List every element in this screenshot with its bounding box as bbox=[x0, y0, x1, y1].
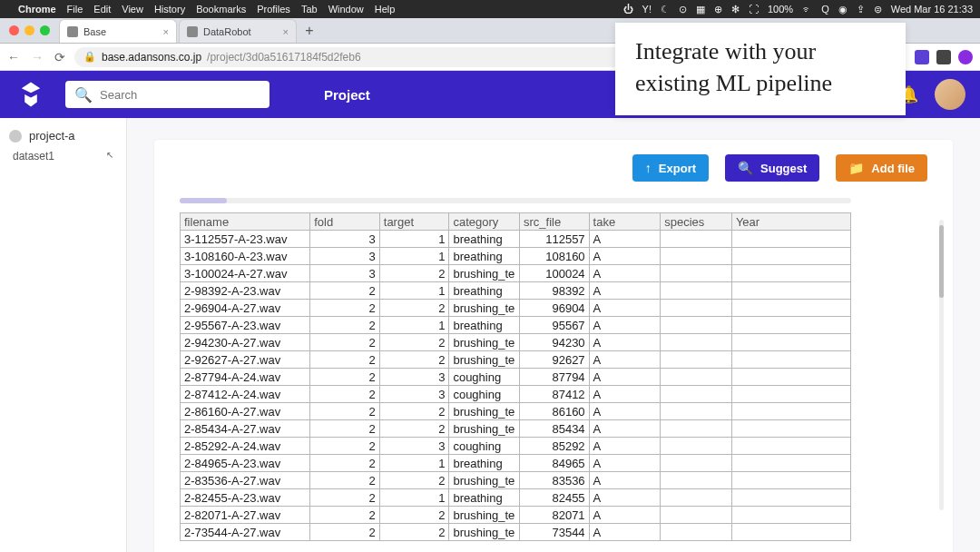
table-row[interactable]: 3-112557-A-23.wav31breathing112557A bbox=[181, 231, 851, 248]
status-icon[interactable]: ᯤ bbox=[802, 4, 812, 15]
col-fold[interactable]: fold bbox=[310, 213, 380, 231]
status-icon[interactable]: Q bbox=[821, 4, 829, 15]
suggest-button[interactable]: 🔍 Suggest bbox=[725, 154, 819, 182]
battery-icon[interactable]: 100% bbox=[768, 4, 793, 15]
status-icon[interactable]: Y! bbox=[642, 4, 652, 15]
scroll-thumb[interactable] bbox=[939, 225, 944, 298]
mac-menubar: Chrome File Edit View History Bookmarks … bbox=[0, 0, 980, 18]
table-row[interactable]: 2-73544-A-27.wav22brushing_te73544A bbox=[181, 524, 851, 541]
nav-project[interactable]: Project bbox=[324, 87, 370, 103]
tab-datarobot[interactable]: DataRobot × bbox=[179, 19, 297, 43]
tab-title: DataRobot bbox=[203, 26, 251, 37]
minimize-window-icon[interactable] bbox=[24, 25, 34, 35]
col-src-file[interactable]: src_file bbox=[519, 213, 589, 231]
status-icon[interactable]: ⊕ bbox=[714, 4, 722, 15]
menu-window[interactable]: Window bbox=[328, 4, 364, 15]
menu-file[interactable]: File bbox=[67, 4, 83, 15]
col-year[interactable]: Year bbox=[731, 213, 850, 231]
scroll-thumb[interactable] bbox=[180, 198, 227, 203]
folder-icon: 📁 bbox=[848, 161, 864, 175]
table-row[interactable]: 2-86160-A-27.wav22brushing_te86160A bbox=[181, 403, 851, 420]
cell-target: 2 bbox=[379, 351, 449, 369]
cell-year bbox=[731, 403, 850, 420]
table-row[interactable]: 2-82455-A-23.wav21breathing82455A bbox=[181, 489, 851, 507]
app-logo-icon[interactable] bbox=[15, 78, 47, 111]
col-take[interactable]: take bbox=[589, 213, 661, 231]
cell-filename: 2-96904-A-27.wav bbox=[181, 300, 310, 317]
status-icon[interactable]: ⇪ bbox=[857, 4, 865, 15]
status-icon[interactable]: ▦ bbox=[696, 4, 705, 15]
cell-category: breathing bbox=[449, 455, 520, 472]
table-row[interactable]: 2-85292-A-24.wav23coughing85292A bbox=[181, 438, 851, 455]
table-row[interactable]: 2-98392-A-23.wav21breathing98392A bbox=[181, 282, 851, 300]
status-icon[interactable]: ⏻ bbox=[623, 4, 633, 15]
status-icon[interactable]: ✻ bbox=[731, 4, 740, 15]
table-row[interactable]: 2-96904-A-27.wav22brushing_te96904A bbox=[181, 300, 851, 317]
add-file-button[interactable]: 📁 Add file bbox=[836, 154, 927, 182]
cell-src-file: 98392 bbox=[519, 282, 589, 300]
horizontal-scrollbar[interactable] bbox=[180, 198, 851, 203]
table-row[interactable]: 2-87412-A-24.wav23coughing87412A bbox=[181, 386, 851, 403]
col-species[interactable]: species bbox=[661, 213, 732, 231]
menu-tab[interactable]: Tab bbox=[301, 4, 318, 15]
table-row[interactable]: 3-100024-A-27.wav32brushing_te100024A bbox=[181, 265, 851, 282]
tab-base[interactable]: Base × bbox=[59, 19, 177, 43]
table-row[interactable]: 2-85434-A-27.wav22brushing_te85434A bbox=[181, 420, 851, 438]
back-icon[interactable]: ← bbox=[7, 50, 20, 64]
table-row[interactable]: 2-83536-A-27.wav22brushing_te83536A bbox=[181, 472, 851, 489]
search-input[interactable] bbox=[100, 88, 260, 102]
sidebar-dataset[interactable]: dataset1 ↖ bbox=[0, 146, 126, 166]
extension-icon[interactable] bbox=[958, 50, 973, 64]
sidebar-project[interactable]: project-a bbox=[0, 125, 126, 146]
table-row[interactable]: 2-84965-A-23.wav21breathing84965A bbox=[181, 455, 851, 472]
menu-edit[interactable]: Edit bbox=[93, 4, 111, 15]
close-window-icon[interactable] bbox=[9, 25, 19, 35]
extension-icon[interactable] bbox=[936, 50, 951, 64]
menu-bookmarks[interactable]: Bookmarks bbox=[196, 4, 246, 15]
cell-fold: 2 bbox=[310, 489, 380, 507]
menu-view[interactable]: View bbox=[122, 4, 143, 15]
table-row[interactable]: 3-108160-A-23.wav31breathing108160A bbox=[181, 248, 851, 265]
table-row[interactable]: 2-82071-A-27.wav22brushing_te82071A bbox=[181, 507, 851, 524]
cell-fold: 2 bbox=[310, 334, 380, 351]
table-row[interactable]: 2-92627-A-27.wav22brushing_te92627A bbox=[181, 351, 851, 369]
col-filename[interactable]: filename bbox=[181, 213, 310, 231]
cell-year bbox=[731, 248, 850, 265]
extension-icon[interactable] bbox=[915, 50, 929, 64]
cell-src-file: 83536 bbox=[519, 472, 589, 489]
cell-take: A bbox=[589, 369, 661, 386]
col-target[interactable]: target bbox=[379, 213, 449, 231]
table-row[interactable]: 2-87794-A-24.wav23coughing87794A bbox=[181, 369, 851, 386]
status-icon[interactable]: ☾ bbox=[661, 4, 670, 15]
search-box[interactable]: 🔍 bbox=[65, 81, 270, 108]
reload-icon[interactable]: ⟳ bbox=[54, 50, 65, 64]
menu-help[interactable]: Help bbox=[375, 4, 396, 15]
close-tab-icon[interactable]: × bbox=[163, 26, 169, 37]
forward-icon[interactable]: → bbox=[31, 50, 44, 64]
cell-species bbox=[661, 524, 732, 541]
avatar[interactable] bbox=[935, 79, 965, 110]
cell-target: 2 bbox=[379, 420, 449, 438]
table-row[interactable]: 2-94230-A-27.wav22brushing_te94230A bbox=[181, 334, 851, 351]
menubar-clock[interactable]: Wed Mar 16 21:33 bbox=[891, 4, 973, 15]
new-tab-button[interactable]: + bbox=[299, 23, 320, 39]
status-icon[interactable]: ⊙ bbox=[679, 4, 687, 15]
menubar-app[interactable]: Chrome bbox=[18, 4, 56, 15]
cell-year bbox=[731, 369, 850, 386]
status-icon[interactable]: ⛶ bbox=[749, 4, 759, 15]
window-controls bbox=[0, 25, 59, 35]
status-icon[interactable]: ◉ bbox=[838, 4, 848, 15]
col-category[interactable]: category bbox=[449, 213, 520, 231]
cell-take: A bbox=[589, 248, 661, 265]
export-button[interactable]: ↑ Export bbox=[632, 154, 709, 182]
menu-profiles[interactable]: Profiles bbox=[257, 4, 290, 15]
close-tab-icon[interactable]: × bbox=[283, 26, 289, 37]
maximize-window-icon[interactable] bbox=[40, 25, 50, 35]
cell-filename: 3-100024-A-27.wav bbox=[181, 265, 310, 282]
menu-history[interactable]: History bbox=[154, 4, 185, 15]
status-icon[interactable]: ⊜ bbox=[874, 4, 882, 15]
cell-filename: 2-85292-A-24.wav bbox=[181, 438, 310, 455]
table-row[interactable]: 2-95567-A-23.wav21breathing95567A bbox=[181, 317, 851, 334]
vertical-scrollbar[interactable] bbox=[939, 220, 944, 510]
cell-target: 1 bbox=[379, 282, 449, 300]
